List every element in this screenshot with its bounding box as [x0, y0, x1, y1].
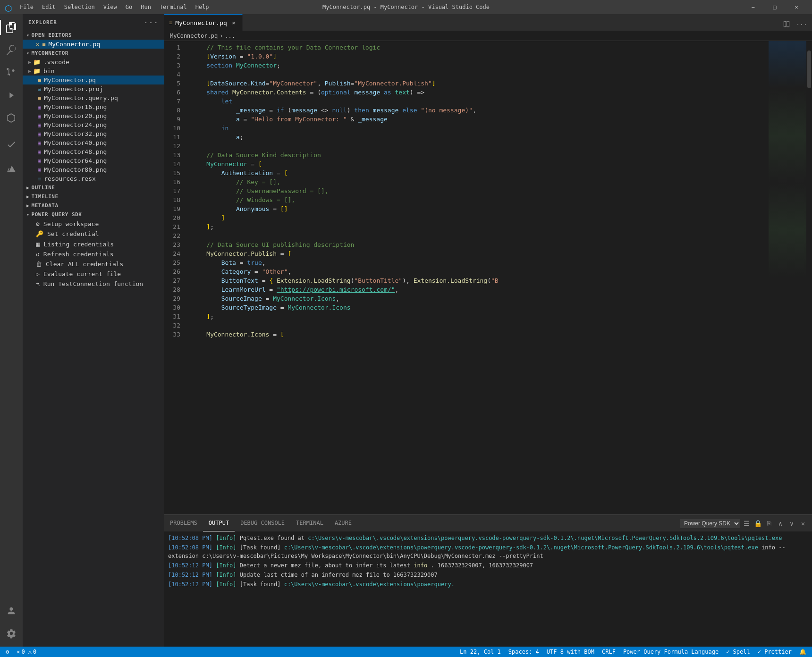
encoding[interactable]: UTF-8 with BOM — [545, 647, 596, 657]
code-editor[interactable]: 1234567891011121314151617181920212223242… — [164, 41, 812, 514]
panel-tab-debug-console[interactable]: DEBUG CONSOLE — [235, 515, 290, 531]
search-activity-icon[interactable] — [0, 39, 23, 61]
panel-source-select[interactable]: Power Query SDK — [680, 519, 740, 528]
outline-toggle[interactable]: ▶ OUTLINE — [23, 183, 164, 192]
cursor-position[interactable]: Ln 22, Col 1 — [458, 647, 503, 657]
more-actions-button[interactable]: ··· — [795, 17, 808, 31]
file-myconnector16[interactable]: ▣ MyConnector16.png — [23, 102, 164, 111]
activity-bar — [0, 14, 23, 647]
metadata-toggle[interactable]: ▶ METADATA — [23, 201, 164, 210]
myconnector-section: ▾ MYCONNECTOR ▶ 📁 .vscode ▶ 📁 bin ≡ MyCo… — [23, 49, 164, 183]
file-myconnector-proj[interactable]: ⊟ MyConnector.proj — [23, 84, 164, 93]
panel-tab-output[interactable]: OUTPUT — [203, 515, 235, 531]
file-myconnector80[interactable]: ▣ MyConnector80.png — [23, 165, 164, 174]
indent-size[interactable]: Spaces: 4 — [507, 647, 541, 657]
close-button[interactable]: ✕ — [786, 0, 807, 14]
spell-status[interactable]: ✓ Spell — [724, 647, 752, 657]
file-myconnector40[interactable]: ▣ MyConnector40.png — [23, 138, 164, 147]
panel-close-icon[interactable]: ✕ — [798, 518, 808, 529]
file-myconnector-pq[interactable]: ≡ MyConnector.pq — [23, 76, 164, 84]
prettier-status[interactable]: ✓ Prettier — [756, 647, 794, 657]
open-editors-toggle[interactable]: ▾ OPEN EDITORS — [23, 31, 164, 40]
explorer-activity-icon[interactable] — [0, 16, 23, 39]
menu-run[interactable]: Run — [137, 3, 155, 11]
vscode-icon: ⬡ — [5, 3, 12, 11]
file-myconnector32[interactable]: ▣ MyConnector32.png — [23, 129, 164, 138]
folder-vscode[interactable]: ▶ 📁 .vscode — [23, 58, 164, 67]
tab-close-button[interactable]: ✕ — [230, 19, 237, 26]
panel-up-icon[interactable]: ∧ — [775, 518, 786, 529]
line-endings[interactable]: CRLF — [600, 647, 617, 657]
notifications-icon[interactable]: 🔔 — [797, 647, 808, 657]
panel-tab-terminal[interactable]: TERMINAL — [290, 515, 329, 531]
pqsdk-run-test-connection[interactable]: ⚗ Run TestConnection function — [23, 279, 164, 289]
timeline-toggle[interactable]: ▶ TIMELINE — [23, 192, 164, 201]
panel-copy-icon[interactable]: ⎘ — [764, 518, 774, 529]
breadcrumb-file[interactable]: MyConnector.pq — [170, 33, 218, 39]
code-line-5: [DataSource.Kind="MyConnector", Publish=… — [192, 79, 769, 88]
myconnector-arrow: ▾ — [26, 51, 30, 56]
menu-selection[interactable]: Selection — [60, 3, 99, 11]
folder-bin[interactable]: ▶ 📁 bin — [23, 67, 164, 76]
panel-tab-problems[interactable]: PROBLEMS — [164, 515, 203, 531]
file-myconnector-query-pq[interactable]: ≡ MyConnector.query.pq — [23, 93, 164, 102]
remote-icon: ⚙ — [6, 649, 9, 655]
maximize-button[interactable]: □ — [764, 0, 786, 14]
open-file-myconnector-pq[interactable]: ✕ ≡ MyConnector.pq — [23, 40, 164, 49]
editor-scrollbar[interactable] — [806, 41, 812, 514]
azure-activity-icon[interactable] — [0, 158, 23, 180]
png-icon-8: ▣ — [38, 167, 41, 173]
source-control-activity-icon[interactable] — [0, 61, 23, 84]
minimize-button[interactable]: − — [742, 0, 764, 14]
panel-list-icon[interactable]: ☰ — [741, 518, 752, 529]
menu-help[interactable]: Help — [192, 3, 213, 11]
myconnector-toggle[interactable]: ▾ MYCONNECTOR — [23, 49, 164, 58]
warning-count: 0 — [33, 649, 36, 655]
run-debug-activity-icon[interactable] — [0, 84, 23, 107]
language-mode[interactable]: Power Query Formula Language — [621, 647, 720, 657]
file-myconnector20[interactable]: ▣ MyConnector20.png — [23, 111, 164, 120]
window-title: MyConnector.pq - MyConnector - Visual St… — [322, 4, 490, 10]
log-line-2: [10:52:08 PM] [Info] [Task found] c:\Use… — [168, 543, 808, 561]
editor-scroll-thumb[interactable] — [807, 51, 811, 88]
code-line-26: Category = "Other", — [192, 267, 769, 276]
tab-myconnector-pq[interactable]: ≡ MyConnector.pq ✕ — [164, 14, 243, 31]
proj-icon: ⊟ — [38, 86, 41, 93]
remote-status[interactable]: ⚙ — [4, 647, 11, 657]
menu-terminal[interactable]: Terminal — [156, 3, 191, 11]
file-resources-resx[interactable]: ≡ resources.resx — [23, 174, 164, 183]
menu-view[interactable]: View — [100, 3, 121, 11]
pqsdk-toggle[interactable]: ▾ POWER QUERY SDK — [23, 210, 164, 219]
panel-tab-azure[interactable]: AZURE — [329, 515, 357, 531]
code-content[interactable]: // This file contains your Data Connecto… — [188, 41, 769, 514]
panel-down-icon[interactable]: ∨ — [787, 518, 797, 529]
extensions-activity-icon[interactable] — [0, 107, 23, 129]
pqsdk-clear-all-credentials[interactable]: 🗑 Clear ALL credentials — [23, 259, 164, 269]
pqsdk-listing-credentials[interactable]: ▦ Listing credentials — [23, 239, 164, 249]
evaluate-icon: ▷ — [36, 270, 40, 278]
code-line-13: // Data Source Kind description — [192, 151, 769, 160]
breadcrumb-rest[interactable]: ... — [225, 33, 235, 39]
manage-activity-icon[interactable] — [0, 622, 23, 645]
split-editor-button[interactable] — [780, 17, 793, 31]
pqsdk-set-credential[interactable]: 🔑 Set credential — [23, 229, 164, 239]
file-myconnector24[interactable]: ▣ MyConnector24.png — [23, 120, 164, 129]
pqsdk-evaluate-current-file[interactable]: ▷ Evaluate current file — [23, 269, 164, 279]
file-myconnector64[interactable]: ▣ MyConnector64.png — [23, 156, 164, 165]
errors-status[interactable]: ✕ 0 △ 0 — [15, 647, 38, 657]
testing-activity-icon[interactable] — [0, 133, 23, 156]
menu-go[interactable]: Go — [122, 3, 136, 11]
metadata-arrow: ▶ — [26, 203, 30, 208]
account-activity-icon[interactable] — [0, 599, 23, 622]
folder-arrow-bin: ▶ — [28, 68, 31, 74]
breadcrumb: MyConnector.pq › ... — [164, 31, 812, 41]
menu-file[interactable]: File — [16, 3, 37, 11]
file-myconnector48[interactable]: ▣ MyConnector48.png — [23, 147, 164, 156]
panel-lock-icon[interactable]: 🔒 — [753, 518, 763, 529]
explorer-more-icon[interactable]: ··· — [144, 18, 159, 27]
code-line-33: MyConnector.Icons = [ — [192, 330, 769, 339]
refresh-credentials-icon: ↺ — [36, 251, 40, 258]
pqsdk-refresh-credentials[interactable]: ↺ Refresh credentials — [23, 249, 164, 259]
pqsdk-setup-workspace[interactable]: ⚙ Setup workspace — [23, 219, 164, 229]
menu-edit[interactable]: Edit — [38, 3, 59, 11]
